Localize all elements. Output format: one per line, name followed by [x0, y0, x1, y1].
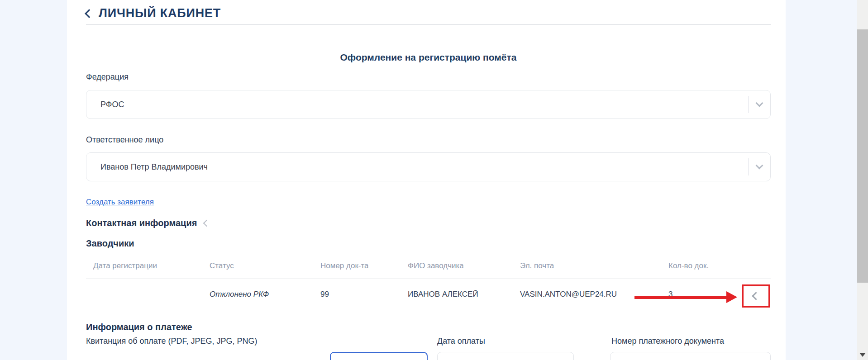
payment-section-heading: Информация о платеже	[86, 322, 771, 332]
contact-info-title: Контактная информация	[86, 218, 197, 228]
chevron-down-icon	[756, 162, 763, 170]
responsible-select[interactable]: Иванов Петр Владимирович	[86, 152, 771, 181]
cell-doc-number: 99	[320, 290, 408, 299]
federation-select[interactable]: РФОС	[86, 90, 771, 119]
column-header-email: Эл. почта	[520, 261, 668, 270]
receipt-label: Квитанция об оплате (PDF, JPEG, JPG, PNG…	[86, 336, 257, 346]
payment-date-input[interactable]	[437, 352, 574, 360]
responsible-select-value: Иванов Петр Владимирович	[100, 162, 749, 172]
create-applicant-link[interactable]: Создать заявителя	[86, 198, 154, 207]
column-header-name: ФИО заводчика	[408, 261, 520, 270]
table-row: Отклонено РКФ 99 ИВАНОВ АЛЕКСЕЙ VASIN.AN…	[86, 279, 771, 310]
breeders-table: Дата регистрации Статус Номер док-та ФИО…	[86, 253, 771, 310]
row-expand-chevron-icon[interactable]	[752, 292, 760, 300]
federation-select-value: РФОС	[100, 100, 749, 109]
page-title: ЛИЧНЫЙ КАБИНЕТ	[99, 6, 221, 20]
payment-number-label: Номер платежного документа	[611, 336, 724, 346]
cell-breeder-name: ИВАНОВ АЛЕКСЕЙ	[408, 290, 520, 299]
select-divider	[749, 96, 749, 113]
back-chevron-icon[interactable]	[85, 9, 94, 18]
chevron-down-icon	[756, 99, 763, 107]
breeders-title: Заводчики	[86, 238, 134, 249]
payment-date-label: Дата оплаты	[437, 336, 485, 346]
column-header-date: Дата регистрации	[93, 261, 210, 270]
select-divider	[749, 158, 749, 175]
payment-number-input[interactable]	[610, 352, 771, 360]
annotation-highlight-box	[742, 284, 770, 308]
responsible-label: Ответственное лицо	[86, 135, 771, 145]
scrollbar-down-button[interactable]	[857, 349, 868, 360]
upload-receipt-button[interactable]	[330, 352, 428, 360]
table-header-row: Дата регистрации Статус Номер док-та ФИО…	[86, 253, 771, 279]
main-content: ЛИЧНЫЙ КАБИНЕТ Оформление на регистрацию…	[67, 0, 786, 360]
scrollbar-down-icon	[859, 353, 866, 357]
header-divider	[86, 24, 771, 25]
federation-label: Федерация	[86, 72, 771, 82]
payment-inputs	[86, 352, 771, 360]
scrollbar-track[interactable]	[857, 0, 868, 360]
form-title: Оформление на регистрацию помёта	[86, 52, 771, 63]
collapse-chevron-icon[interactable]	[203, 220, 210, 227]
cell-status: Отклонено РКФ	[210, 290, 320, 299]
page-header: ЛИЧНЫЙ КАБИНЕТ	[86, 0, 771, 20]
column-header-doc-number: Номер док-та	[320, 261, 408, 270]
payment-labels: Квитанция об оплате (PDF, JPEG, JPG, PNG…	[86, 336, 771, 346]
column-header-doc-count: Кол-во док.	[668, 261, 754, 270]
scrollbar-thumb[interactable]	[857, 29, 868, 283]
cell-email: VASIN.ANTON@UEP24.RU	[520, 290, 668, 299]
column-header-status: Статус	[210, 261, 320, 270]
contact-info-heading: Контактная информация	[86, 218, 771, 228]
breeders-heading: Заводчики	[86, 238, 771, 249]
